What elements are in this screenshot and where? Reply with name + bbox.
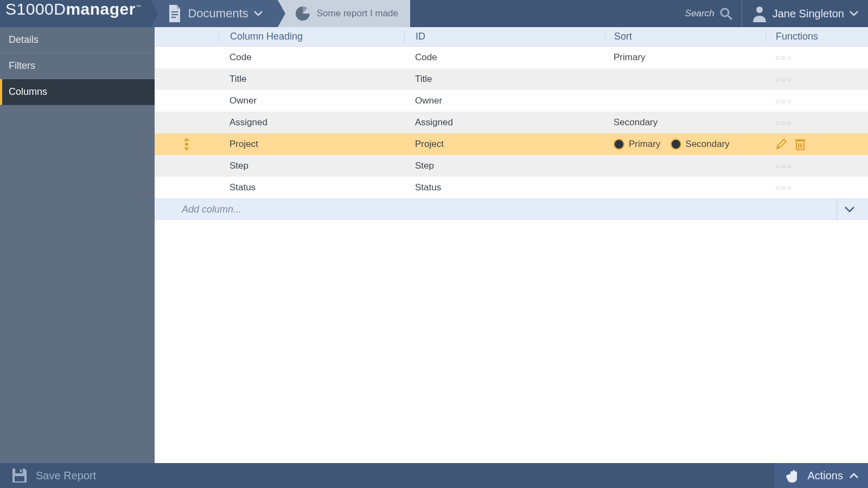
cell-heading: Step bbox=[219, 160, 404, 171]
table-row[interactable]: CodeCodePrimary○○○ bbox=[155, 47, 868, 68]
table-body: CodeCodePrimary○○○TitleTitle○○○OwnerOwne… bbox=[155, 47, 868, 198]
drag-handle[interactable] bbox=[155, 137, 219, 151]
edit-icon[interactable] bbox=[775, 138, 787, 150]
cell-id: Status bbox=[404, 182, 605, 193]
nav-report-tab[interactable]: Some report I made bbox=[278, 0, 410, 27]
logo-text: S1000Dmanager™ bbox=[5, 0, 141, 18]
table-header: Column Heading ID Sort Functions bbox=[155, 27, 868, 47]
more-icon[interactable]: ○○○ bbox=[775, 53, 792, 62]
cell-heading: Assigned bbox=[219, 117, 404, 128]
sidebar-item-label: Columns bbox=[9, 86, 47, 98]
cell-id: Step bbox=[404, 160, 605, 171]
cell-functions: ○○○ bbox=[765, 162, 868, 170]
chevron-down-icon bbox=[254, 11, 263, 16]
more-icon[interactable]: ○○○ bbox=[775, 97, 792, 105]
add-column-placeholder: Add column... bbox=[182, 204, 241, 215]
svg-rect-15 bbox=[15, 476, 24, 481]
cell-heading: Status bbox=[219, 182, 404, 193]
sidebar-item-details[interactable]: Details bbox=[0, 27, 155, 53]
pie-chart-icon bbox=[294, 5, 311, 22]
user-menu[interactable]: Jane Singleton bbox=[742, 5, 868, 22]
actions-menu[interactable]: Actions bbox=[775, 463, 868, 488]
chevron-up-icon bbox=[850, 473, 858, 478]
sidebar-item-columns[interactable]: Columns bbox=[0, 79, 155, 105]
svg-point-4 bbox=[721, 9, 729, 16]
cell-functions: ○○○ bbox=[765, 53, 868, 62]
content-panel: Column Heading ID Sort Functions CodeCod… bbox=[155, 27, 868, 463]
more-icon[interactable]: ○○○ bbox=[775, 118, 792, 127]
cell-id: Assigned bbox=[404, 117, 605, 128]
cell-heading: Owner bbox=[219, 95, 404, 106]
document-icon bbox=[167, 5, 182, 22]
search-icon bbox=[719, 7, 733, 21]
more-icon[interactable]: ○○○ bbox=[775, 162, 792, 170]
sidebar: Details Filters Columns bbox=[0, 27, 155, 463]
table-row[interactable]: AssignedAssignedSecondary○○○ bbox=[155, 112, 868, 133]
search-button[interactable]: Search bbox=[676, 7, 742, 21]
svg-rect-14 bbox=[20, 470, 22, 472]
delete-icon[interactable] bbox=[795, 138, 806, 150]
svg-rect-12 bbox=[795, 139, 805, 141]
sidebar-item-label: Filters bbox=[9, 60, 35, 72]
add-column-row[interactable]: Add column... bbox=[155, 198, 868, 220]
top-bar: S1000Dmanager™ Documents Some report I m… bbox=[0, 0, 868, 27]
save-icon bbox=[11, 467, 28, 484]
more-icon[interactable]: ○○○ bbox=[775, 183, 792, 192]
cell-functions: ○○○ bbox=[765, 183, 868, 192]
svg-rect-1 bbox=[171, 14, 178, 15]
bottom-bar: Save Report Actions bbox=[0, 463, 868, 488]
col-header-functions: Functions bbox=[765, 31, 868, 42]
sort-value: Primary bbox=[614, 52, 646, 63]
col-header-id: ID bbox=[404, 31, 605, 42]
col-header-sort: Sort bbox=[605, 31, 765, 42]
svg-rect-0 bbox=[171, 11, 178, 12]
sort-primary-radio[interactable]: Primary bbox=[614, 139, 661, 150]
col-header-heading: Column Heading bbox=[219, 31, 404, 42]
table-row[interactable]: ProjectProjectPrimarySecondary bbox=[155, 133, 868, 155]
search-placeholder: Search bbox=[685, 8, 714, 19]
save-report-label: Save Report bbox=[36, 470, 96, 482]
cell-sort: PrimarySecondary bbox=[605, 139, 765, 150]
sidebar-item-filters[interactable]: Filters bbox=[0, 53, 155, 79]
cell-heading: Title bbox=[219, 74, 404, 85]
cell-functions: ○○○ bbox=[765, 118, 868, 127]
table-row[interactable]: TitleTitle○○○ bbox=[155, 68, 868, 90]
cell-functions bbox=[765, 138, 868, 150]
sidebar-item-label: Details bbox=[9, 34, 39, 46]
save-report-button[interactable]: Save Report bbox=[1, 467, 106, 484]
svg-line-5 bbox=[728, 16, 732, 20]
cell-heading: Code bbox=[219, 52, 404, 63]
svg-point-6 bbox=[756, 7, 763, 13]
chevron-down-icon bbox=[850, 11, 858, 16]
hand-icon bbox=[784, 467, 801, 484]
cell-heading: Project bbox=[219, 139, 404, 150]
user-icon bbox=[752, 5, 767, 22]
user-name: Jane Singleton bbox=[773, 8, 844, 20]
cell-sort: Primary bbox=[605, 52, 765, 63]
main-area: Details Filters Columns Column Heading I… bbox=[0, 27, 868, 463]
nav-report-label: Some report I made bbox=[317, 8, 398, 19]
cell-functions: ○○○ bbox=[765, 97, 868, 105]
sort-value: Secondary bbox=[614, 117, 658, 128]
sort-secondary-radio[interactable]: Secondary bbox=[671, 139, 730, 150]
cell-id: Title bbox=[404, 74, 605, 85]
cell-functions: ○○○ bbox=[765, 75, 868, 84]
table-row[interactable]: StepStep○○○ bbox=[155, 155, 868, 177]
cell-id: Code bbox=[404, 52, 605, 63]
more-icon[interactable]: ○○○ bbox=[775, 75, 792, 84]
svg-point-7 bbox=[185, 143, 188, 146]
nav-documents[interactable]: Documents bbox=[151, 0, 277, 27]
nav-documents-label: Documents bbox=[188, 7, 248, 21]
table-row[interactable]: OwnerOwner○○○ bbox=[155, 90, 868, 112]
add-column-dropdown[interactable] bbox=[837, 199, 861, 221]
svg-rect-2 bbox=[171, 17, 176, 18]
cell-sort: Secondary bbox=[605, 117, 765, 128]
app-logo[interactable]: S1000Dmanager™ bbox=[0, 0, 151, 27]
table-row[interactable]: StatusStatus○○○ bbox=[155, 177, 868, 198]
actions-label: Actions bbox=[807, 470, 843, 482]
cell-id: Project bbox=[404, 139, 605, 150]
cell-id: Owner bbox=[404, 95, 605, 106]
